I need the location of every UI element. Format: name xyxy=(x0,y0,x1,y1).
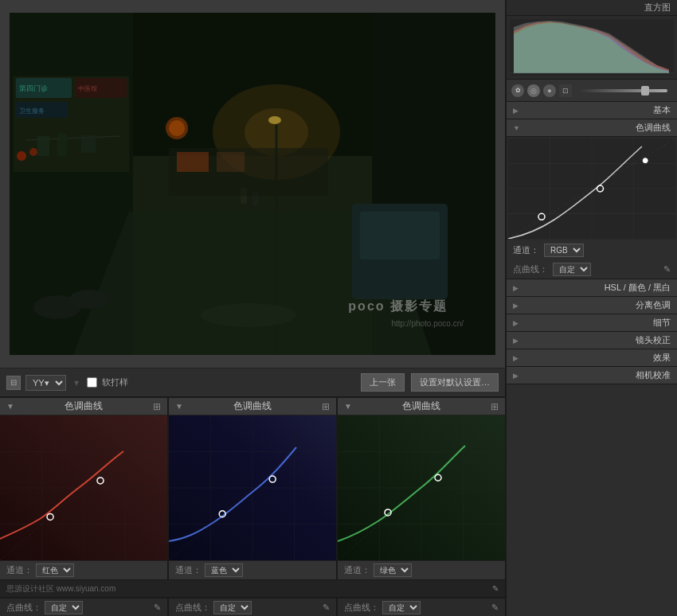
curve-title-green: 色调曲线 xyxy=(355,400,487,413)
channel-label-blue: 通道： xyxy=(175,564,202,576)
histogram-title: 直方图 xyxy=(644,2,671,14)
tool-icon-3[interactable]: ● xyxy=(543,84,556,97)
channel-label-right: 通道： xyxy=(513,244,539,256)
tool-icon-2[interactable]: ◎ xyxy=(527,84,540,97)
curve-footer-green: 通道： 绿色 红色 蓝色 xyxy=(338,560,505,579)
pencil-icon-right[interactable]: ✎ xyxy=(663,264,671,275)
tool-icon-1[interactable]: ✿ xyxy=(511,84,524,97)
arrow-effect: ▶ xyxy=(513,354,519,362)
curves-label: 色调曲线 xyxy=(523,122,671,134)
camera-label: 相机校准 xyxy=(522,369,671,381)
channel-select-blue[interactable]: 蓝色 红色 绿色 xyxy=(205,563,243,577)
histogram-area xyxy=(507,16,677,80)
pt-label-green: 点曲线： xyxy=(344,602,379,614)
section-detail[interactable]: ▶ 细节 xyxy=(507,314,677,332)
pt-select-green[interactable]: 自定 xyxy=(382,601,421,614)
pt-select-blue[interactable]: 自定 xyxy=(213,601,252,614)
channel-select-red[interactable]: 红色 绿色 蓝色 xyxy=(36,563,74,577)
arrow-basic: ▶ xyxy=(513,107,519,115)
pencil-red[interactable]: ✎ xyxy=(154,602,161,613)
arrow-camera: ▶ xyxy=(513,372,519,380)
lens-label: 镜头校正 xyxy=(522,334,671,346)
effect-label: 效果 xyxy=(522,352,671,364)
point-curve-green: 点曲线： 自定 ✎ xyxy=(338,598,505,616)
color-split-label: 分离色调 xyxy=(522,299,671,311)
pencil-green[interactable]: ✎ xyxy=(491,602,499,613)
curve-header-blue: ▼ 色调曲线 ⊞ xyxy=(169,398,336,415)
section-lens[interactable]: ▶ 镜头校正 xyxy=(507,332,677,349)
curve-graph-blue[interactable] xyxy=(169,415,336,560)
basic-label: 基本 xyxy=(522,104,671,116)
arrow-color-split: ▶ xyxy=(513,302,519,310)
point-curve-blue: 点曲线： 自定 ✎ xyxy=(169,598,338,616)
curve-expand-green[interactable]: ⊞ xyxy=(491,401,499,412)
photo-frame: 第四门诊 中医馆 卫生服务 xyxy=(10,13,495,355)
view-dropdown[interactable]: YY▾ xyxy=(25,375,66,391)
curve-footer-blue: 通道： 蓝色 红色 绿色 xyxy=(169,560,336,579)
point-curve-red: 点曲线： 自定 ✎ xyxy=(0,598,169,616)
section-camera[interactable]: ▶ 相机校准 xyxy=(507,367,677,384)
curves-row: ▼ 色调曲线 ⊞ xyxy=(0,396,505,579)
curve-title-red: 色调曲线 xyxy=(18,400,150,413)
arrow-detail: ▶ xyxy=(513,319,519,327)
detail-label: 细节 xyxy=(522,317,671,329)
pencil-icon-bottom[interactable]: ✎ xyxy=(492,584,499,593)
curve-panel-green: ▼ 色调曲线 ⊞ xyxy=(338,398,505,579)
default-settings-button[interactable]: 设置对默认设置… xyxy=(411,373,499,392)
tool-icon-4[interactable]: ⊡ xyxy=(559,84,572,97)
curve-graph-red[interactable] xyxy=(0,415,167,560)
svg-rect-35 xyxy=(10,13,495,355)
panel-toolbar: ✿ ◎ ● ⊡ xyxy=(507,80,677,102)
section-effect[interactable]: ▶ 效果 xyxy=(507,349,677,367)
section-curves[interactable]: ▼ 色调曲线 xyxy=(507,119,677,137)
channel-select-green[interactable]: 绿色 红色 蓝色 xyxy=(374,563,412,577)
curve-header-red: ▼ 色调曲线 ⊞ xyxy=(0,398,167,415)
status-bar: 思源设计社区 www.siyuan.com ✎ xyxy=(0,579,505,597)
pencil-blue[interactable]: ✎ xyxy=(323,602,330,613)
pt-curve-label: 点曲线： xyxy=(513,263,548,275)
prev-button[interactable]: 上一张 xyxy=(361,373,405,392)
channel-label-red: 通道： xyxy=(6,564,33,576)
right-panel-fill xyxy=(507,384,677,616)
svg-point-78 xyxy=(643,158,648,163)
channel-select-right[interactable]: RGB 红色 绿色 蓝色 xyxy=(544,244,584,257)
curve-panel-blue: ▼ 色调曲线 ⊞ xyxy=(169,398,338,579)
section-color-split[interactable]: ▶ 分离色调 xyxy=(507,297,677,314)
channel-label-green: 通道： xyxy=(344,564,370,576)
point-curves-row: 点曲线： 自定 ✎ 点曲线： 自定 ✎ 点曲线： 自定 ✎ xyxy=(0,597,505,616)
view-icon[interactable]: ⊟ xyxy=(6,376,21,390)
arrow-curves: ▼ xyxy=(513,124,520,132)
pt-label-blue: 点曲线： xyxy=(175,602,210,614)
soft-proof-checkbox[interactable] xyxy=(87,377,97,388)
curve-panel-red: ▼ 色调曲线 ⊞ xyxy=(0,398,169,579)
pt-label-red: 点曲线： xyxy=(6,602,41,614)
watermark-text: 思源设计社区 www.siyuan.com xyxy=(6,583,115,595)
curve-footer-red: 通道： 红色 绿色 蓝色 xyxy=(0,560,167,579)
photo-area: 第四门诊 中医馆 卫生服务 xyxy=(0,0,505,368)
section-hsl[interactable]: ▶ HSL / 颜色 / 黑白 xyxy=(507,279,677,297)
section-basic[interactable]: ▶ 基本 xyxy=(507,102,677,119)
right-curve-controls: 通道： RGB 红色 绿色 蓝色 xyxy=(507,240,677,260)
curve-title-blue: 色调曲线 xyxy=(186,400,319,413)
hsl-label: HSL / 颜色 / 黑白 xyxy=(522,282,671,294)
curve-expand-blue[interactable]: ⊞ xyxy=(322,401,330,412)
curve-graph-green[interactable] xyxy=(338,415,505,560)
curve-header-green: ▼ 色调曲线 ⊞ xyxy=(338,398,505,415)
curve-expand-red[interactable]: ⊞ xyxy=(153,401,161,412)
arrow-lens: ▶ xyxy=(513,337,519,345)
pt-select-red[interactable]: 自定 xyxy=(45,601,83,614)
pt-curve-select[interactable]: 自定 xyxy=(553,263,591,276)
toolbar: ⊟ YY▾ ▾ 软打样 上一张 设置对默认设置… xyxy=(0,368,505,396)
brightness-slider[interactable] xyxy=(580,89,667,92)
right-panel: 直方图 ✿ ◎ ● ⊡ xyxy=(505,0,677,616)
right-curve-area[interactable] xyxy=(507,137,677,240)
soft-proof-label: 软打样 xyxy=(102,376,128,388)
arrow-hsl: ▶ xyxy=(513,284,519,292)
right-top-bar: 直方图 xyxy=(507,0,677,16)
